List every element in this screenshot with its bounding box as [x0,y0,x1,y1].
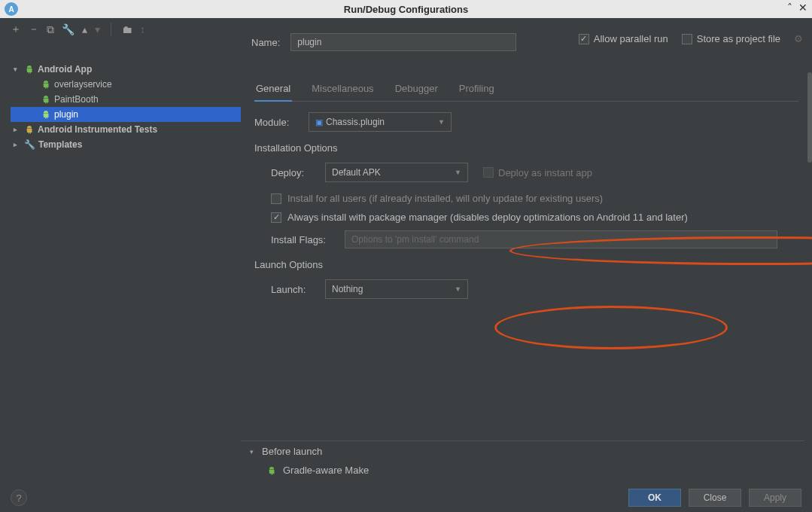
checkbox-icon [682,34,692,44]
module-value: Chassis.plugin [326,117,385,127]
checkbox-icon [579,34,589,44]
tree-item-overlayservice[interactable]: overlayservice [11,77,241,92]
scrollbar[interactable] [806,72,812,441]
tree-label: Android Instrumented Tests [38,124,157,135]
add-icon[interactable]: ＋ [11,23,21,36]
close-icon[interactable]: ✕ [798,2,807,14]
android-icon [41,109,51,120]
android-icon [41,94,51,105]
tab-profiling[interactable]: Profiling [458,78,496,101]
module-label: Module: [254,117,300,128]
app-icon: A [5,2,18,16]
tree-item-paintbooth[interactable]: PaintBooth [11,92,241,107]
android-icon [266,465,277,476]
android-icon [24,64,35,75]
allow-parallel-label: Allow parallel run [594,33,668,44]
always-pm-checkbox[interactable]: Always install with package manager (dis… [271,212,798,223]
window-title: Run/Debug Configurations [344,4,468,15]
tree-item-android-app[interactable]: ▾ Android App [11,62,241,77]
tree-item-instrumented[interactable]: ▸ Android Instrumented Tests [11,122,241,137]
dialog-footer: ? OK Close Apply [0,480,812,512]
install-all-users-checkbox[interactable]: Install for all users (if already instal… [271,193,798,204]
launch-value: Nothing [332,284,363,294]
wrench-icon: 🔧 [24,139,35,150]
tree-label: PaintBooth [54,94,99,105]
chevron-down-icon: ▼ [455,169,461,176]
wrench-icon[interactable]: 🔧 [62,23,75,35]
config-form-panel: General Miscellaneous Debugger Profiling… [241,50,812,480]
folder-icon[interactable]: 🖿 [122,23,132,35]
deploy-instant-label: Deploy as instant app [498,167,592,178]
up-icon[interactable]: ▴ [82,23,87,35]
help-button[interactable]: ? [11,489,27,506]
tree-label: Templates [38,139,82,150]
tab-general[interactable]: General [254,78,292,102]
deploy-dropdown[interactable]: Default APK ▼ [325,163,468,182]
tree-label: Android App [38,64,92,75]
deploy-value: Default APK [332,167,381,178]
tab-debugger[interactable]: Debugger [394,78,439,101]
store-project-label: Store as project file [697,33,780,44]
tree-label: overlayservice [54,79,112,90]
android-icon [41,79,51,90]
chevron-down-icon: ▼ [455,285,461,293]
checkbox-icon [271,194,281,204]
install-section-title: Installation Options [254,142,798,154]
config-tree-panel: ▾ Android App overlayservice PaintBooth … [0,50,241,480]
chevron-right-icon: ▸ [14,126,21,133]
copy-icon[interactable]: ⧉ [47,23,54,36]
checkbox-icon [271,212,281,223]
module-dropdown[interactable]: ▣Chassis.plugin ▼ [309,112,452,132]
tree-item-templates[interactable]: ▸ 🔧 Templates [11,137,241,152]
android-test-icon [24,124,35,135]
chevron-down-icon: ▾ [14,66,21,73]
titlebar: A Run/Debug Configurations ˄ ✕ [0,0,812,18]
before-launch-item-label: Gradle-aware Make [283,465,369,476]
chevron-right-icon: ▸ [14,141,21,148]
launch-section-title: Launch Options [254,259,798,270]
tree-item-plugin[interactable]: plugin [11,107,241,122]
apply-button[interactable]: Apply [749,489,801,507]
tab-miscellaneous[interactable]: Miscellaneous [310,78,375,101]
launch-dropdown[interactable]: Nothing ▼ [325,279,468,299]
module-icon: ▣ [315,117,323,126]
down-icon[interactable]: ▾ [95,23,100,35]
before-launch-section: ▾ Before launch Gradle-aware Make [241,440,804,480]
close-button[interactable]: Close [689,489,741,507]
before-launch-item[interactable]: Gradle-aware Make [241,462,804,480]
name-label: Name: [251,37,280,48]
remove-icon[interactable]: － [29,23,39,36]
toolbar-divider [111,23,111,36]
annotation-ellipse [494,306,728,349]
install-all-users-label: Install for all users (if already instal… [287,193,603,204]
minimize-icon[interactable]: ˄ [787,2,792,14]
ok-button[interactable]: OK [628,489,681,507]
deploy-label: Deploy: [271,167,316,178]
before-launch-title: Before launch [262,446,322,457]
config-tabs: General Miscellaneous Debugger Profiling [254,78,798,102]
sort-icon[interactable]: ↕ [140,23,145,35]
launch-label: Launch: [271,284,316,295]
always-pm-label: Always install with package manager (dis… [287,212,688,223]
install-flags-input[interactable] [345,230,777,248]
gear-icon[interactable]: ⚙ [794,33,803,44]
deploy-instant-checkbox[interactable]: Deploy as instant app [483,167,592,178]
tree-label: plugin [54,109,78,120]
chevron-down-icon: ▼ [438,118,445,126]
store-project-checkbox[interactable]: Store as project file [682,33,780,44]
checkbox-icon [483,167,494,178]
before-launch-toggle[interactable]: ▾ Before launch [241,441,804,462]
name-input[interactable] [290,33,516,51]
chevron-down-icon: ▾ [250,448,257,456]
install-flags-label: Install Flags: [271,234,336,245]
allow-parallel-checkbox[interactable]: Allow parallel run [579,33,668,44]
